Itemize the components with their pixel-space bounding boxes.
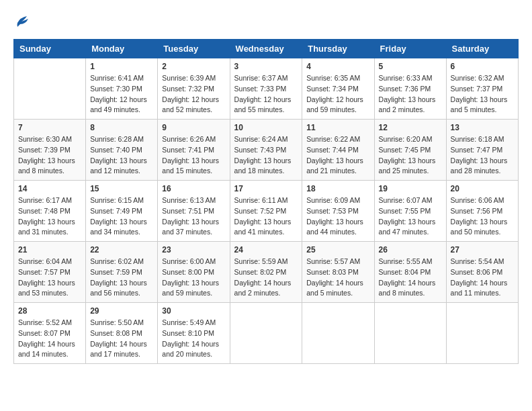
calendar-day-cell: 9Sunrise: 6:26 AMSunset: 7:41 PMDaylight… (158, 120, 230, 181)
day-number: 16 (162, 184, 225, 193)
calendar-day-cell: 18Sunrise: 6:09 AMSunset: 7:53 PMDayligh… (302, 181, 374, 242)
calendar-day-cell (302, 303, 374, 364)
day-number: 25 (306, 245, 369, 255)
calendar-day-cell: 1Sunrise: 6:41 AMSunset: 7:30 PMDaylight… (86, 58, 158, 120)
day-info: Sunrise: 6:26 AMSunset: 7:41 PMDaylight:… (162, 135, 219, 175)
calendar-day-cell: 21Sunrise: 6:04 AMSunset: 7:57 PMDayligh… (14, 242, 86, 303)
day-number: 12 (379, 123, 442, 132)
day-number: 22 (90, 245, 153, 255)
day-number: 9 (162, 123, 225, 132)
day-number: 27 (451, 245, 514, 255)
day-info: Sunrise: 6:18 AMSunset: 7:47 PMDaylight:… (451, 135, 508, 175)
day-info: Sunrise: 6:28 AMSunset: 7:40 PMDaylight:… (90, 135, 147, 175)
day-info: Sunrise: 6:04 AMSunset: 7:57 PMDaylight:… (18, 257, 75, 297)
day-info: Sunrise: 6:09 AMSunset: 7:53 PMDaylight:… (306, 196, 363, 236)
day-number: 10 (234, 123, 298, 132)
calendar-day-cell: 17Sunrise: 6:11 AMSunset: 7:52 PMDayligh… (230, 181, 302, 242)
day-number: 2 (162, 62, 225, 71)
calendar-day-cell: 14Sunrise: 6:17 AMSunset: 7:48 PMDayligh… (14, 181, 86, 242)
day-info: Sunrise: 5:57 AMSunset: 8:03 PMDaylight:… (306, 257, 363, 297)
day-number: 17 (234, 184, 298, 193)
day-number: 28 (18, 306, 81, 316)
day-info: Sunrise: 6:17 AMSunset: 7:48 PMDaylight:… (18, 196, 75, 236)
calendar-day-cell: 12Sunrise: 6:20 AMSunset: 7:45 PMDayligh… (374, 120, 446, 181)
calendar-day-cell (374, 303, 446, 364)
day-info: Sunrise: 6:33 AMSunset: 7:36 PMDaylight:… (379, 74, 436, 113)
calendar-table: SundayMondayTuesdayWednesdayThursdayFrid… (13, 39, 519, 364)
calendar-day-cell: 22Sunrise: 6:02 AMSunset: 7:59 PMDayligh… (86, 242, 158, 303)
calendar-body: 1Sunrise: 6:41 AMSunset: 7:30 PMDaylight… (14, 58, 519, 364)
weekday-header-row: SundayMondayTuesdayWednesdayThursdayFrid… (14, 40, 519, 58)
day-number: 29 (90, 306, 153, 316)
weekday-header-cell: Wednesday (230, 40, 302, 58)
day-number: 26 (379, 245, 442, 255)
calendar-week-row: 1Sunrise: 6:41 AMSunset: 7:30 PMDaylight… (14, 58, 519, 120)
day-info: Sunrise: 6:11 AMSunset: 7:52 PMDaylight:… (234, 196, 292, 236)
day-info: Sunrise: 6:32 AMSunset: 7:37 PMDaylight:… (451, 74, 508, 113)
calendar-day-cell (14, 58, 86, 120)
day-info: Sunrise: 6:22 AMSunset: 7:44 PMDaylight:… (306, 135, 363, 175)
calendar-day-cell: 27Sunrise: 5:54 AMSunset: 8:06 PMDayligh… (446, 242, 518, 303)
weekday-header-cell: Sunday (14, 40, 86, 58)
calendar-day-cell: 3Sunrise: 6:37 AMSunset: 7:33 PMDaylight… (230, 58, 302, 120)
day-info: Sunrise: 6:00 AMSunset: 8:00 PMDaylight:… (162, 257, 219, 297)
calendar-day-cell: 13Sunrise: 6:18 AMSunset: 7:47 PMDayligh… (446, 120, 518, 181)
day-number: 21 (18, 245, 81, 255)
calendar-day-cell: 15Sunrise: 6:15 AMSunset: 7:49 PMDayligh… (86, 181, 158, 242)
calendar-day-cell: 11Sunrise: 6:22 AMSunset: 7:44 PMDayligh… (302, 120, 374, 181)
day-info: Sunrise: 6:35 AMSunset: 7:34 PMDaylight:… (306, 74, 363, 113)
day-info: Sunrise: 6:02 AMSunset: 7:59 PMDaylight:… (90, 257, 147, 297)
calendar-day-cell (446, 303, 518, 364)
day-info: Sunrise: 6:30 AMSunset: 7:39 PMDaylight:… (18, 135, 75, 175)
logo-bird-icon (15, 13, 30, 32)
calendar-day-cell: 30Sunrise: 5:49 AMSunset: 8:10 PMDayligh… (158, 303, 230, 364)
calendar-day-cell: 8Sunrise: 6:28 AMSunset: 7:40 PMDaylight… (86, 120, 158, 181)
day-number: 11 (306, 123, 369, 132)
day-info: Sunrise: 6:13 AMSunset: 7:51 PMDaylight:… (162, 196, 219, 236)
calendar-day-cell: 20Sunrise: 6:06 AMSunset: 7:56 PMDayligh… (446, 181, 518, 242)
day-number: 1 (90, 62, 153, 71)
day-info: Sunrise: 5:55 AMSunset: 8:04 PMDaylight:… (379, 257, 436, 297)
weekday-header-cell: Monday (86, 40, 158, 58)
day-info: Sunrise: 5:49 AMSunset: 8:10 PMDaylight:… (162, 318, 219, 358)
calendar-day-cell: 23Sunrise: 6:00 AMSunset: 8:00 PMDayligh… (158, 242, 230, 303)
weekday-header-cell: Tuesday (158, 40, 230, 58)
calendar-day-cell: 28Sunrise: 5:52 AMSunset: 8:07 PMDayligh… (14, 303, 86, 364)
day-info: Sunrise: 6:41 AMSunset: 7:30 PMDaylight:… (90, 74, 147, 113)
day-info: Sunrise: 6:06 AMSunset: 7:56 PMDaylight:… (451, 196, 508, 236)
calendar-day-cell: 2Sunrise: 6:39 AMSunset: 7:32 PMDaylight… (158, 58, 230, 120)
calendar-week-row: 21Sunrise: 6:04 AMSunset: 7:57 PMDayligh… (14, 242, 519, 303)
day-number: 23 (162, 245, 225, 255)
day-info: Sunrise: 6:37 AMSunset: 7:33 PMDaylight:… (234, 74, 292, 113)
day-number: 8 (90, 123, 153, 132)
day-info: Sunrise: 6:24 AMSunset: 7:43 PMDaylight:… (234, 135, 292, 175)
day-info: Sunrise: 5:50 AMSunset: 8:08 PMDaylight:… (90, 318, 147, 358)
calendar-day-cell: 5Sunrise: 6:33 AMSunset: 7:36 PMDaylight… (374, 58, 446, 120)
day-number: 7 (18, 123, 81, 132)
day-info: Sunrise: 6:39 AMSunset: 7:32 PMDaylight:… (162, 74, 219, 113)
day-number: 5 (379, 62, 442, 71)
weekday-header-cell: Thursday (302, 40, 374, 58)
day-number: 19 (379, 184, 442, 193)
day-info: Sunrise: 5:52 AMSunset: 8:07 PMDaylight:… (18, 318, 75, 358)
calendar-day-cell: 4Sunrise: 6:35 AMSunset: 7:34 PMDaylight… (302, 58, 374, 120)
day-info: Sunrise: 6:07 AMSunset: 7:55 PMDaylight:… (379, 196, 436, 236)
calendar-week-row: 7Sunrise: 6:30 AMSunset: 7:39 PMDaylight… (14, 120, 519, 181)
day-info: Sunrise: 5:54 AMSunset: 8:06 PMDaylight:… (451, 257, 508, 297)
day-number: 4 (306, 62, 369, 71)
calendar-week-row: 14Sunrise: 6:17 AMSunset: 7:48 PMDayligh… (14, 181, 519, 242)
weekday-header-cell: Friday (374, 40, 446, 58)
calendar-day-cell: 16Sunrise: 6:13 AMSunset: 7:51 PMDayligh… (158, 181, 230, 242)
day-info: Sunrise: 6:20 AMSunset: 7:45 PMDaylight:… (379, 135, 436, 175)
day-number: 15 (90, 184, 153, 193)
calendar-day-cell: 6Sunrise: 6:32 AMSunset: 7:37 PMDaylight… (446, 58, 518, 120)
day-number: 14 (18, 184, 81, 193)
day-number: 24 (234, 245, 298, 255)
calendar-day-cell: 29Sunrise: 5:50 AMSunset: 8:08 PMDayligh… (86, 303, 158, 364)
weekday-header-cell: Saturday (446, 40, 518, 58)
day-info: Sunrise: 5:59 AMSunset: 8:02 PMDaylight:… (234, 257, 292, 297)
calendar-day-cell: 25Sunrise: 5:57 AMSunset: 8:03 PMDayligh… (302, 242, 374, 303)
day-number: 13 (451, 123, 514, 132)
header (13, 13, 519, 32)
calendar-day-cell (230, 303, 302, 364)
